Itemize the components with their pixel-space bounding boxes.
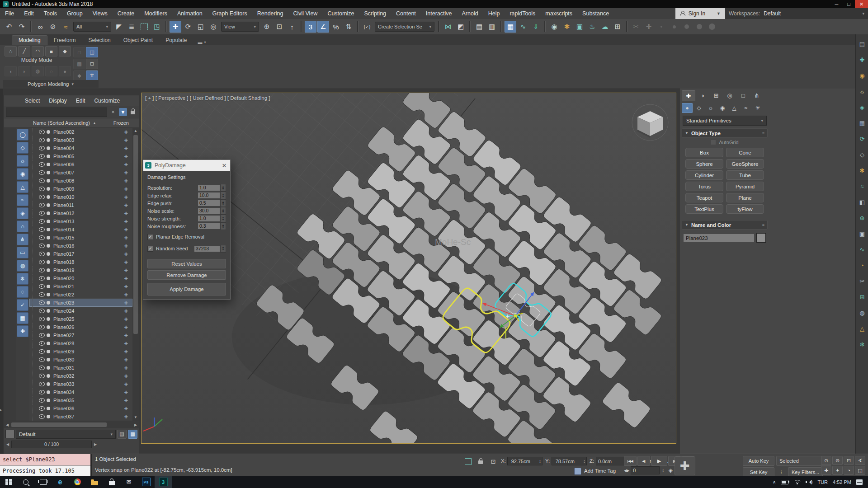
add-to-active-view-icon[interactable]: ✚ (643, 21, 655, 33)
search-icon[interactable] (17, 476, 34, 488)
menu-item[interactable]: File (0, 8, 19, 19)
dialog-title-bar[interactable]: 3 PolyDamage ✕ (143, 160, 230, 171)
spinner-icon[interactable]: ▲▼ (220, 184, 226, 192)
frozen-toggle-icon[interactable]: ✚ (124, 170, 128, 175)
time-tag-cube-icon[interactable] (574, 468, 581, 475)
schematic-view-icon[interactable]: ⇓ (530, 21, 542, 33)
menu-item[interactable]: Civil View (288, 8, 322, 19)
scene-object-row[interactable]: Plane033 ✚ (29, 380, 132, 388)
wifi-icon[interactable] (793, 479, 801, 484)
absolute-mode-toggle-icon[interactable]: ⊡ (489, 457, 497, 465)
right-toolbar-icon-14[interactable]: ∿ (857, 244, 867, 254)
visibility-eye-icon[interactable] (39, 366, 45, 370)
walk-through-icon[interactable]: ✦ (832, 466, 843, 475)
create-tab[interactable]: ✚ (682, 90, 695, 101)
scene-object-row[interactable]: Plane022 ✚ (29, 291, 132, 299)
toggle-layer-explorer-icon[interactable]: ▥ (486, 21, 498, 33)
angle-snap-toggle-icon[interactable]: ∠ (317, 21, 329, 33)
right-toolbar-icon-16[interactable]: ✂ (857, 276, 867, 286)
frozen-toggle-icon[interactable]: ✚ (124, 292, 128, 297)
render-gallery-icon[interactable]: ⊞ (612, 21, 623, 33)
select-and-manipulate-icon[interactable]: ⊡ (274, 21, 285, 33)
display-tab[interactable]: □ (737, 90, 750, 101)
pan-view-icon[interactable]: ✚ (821, 466, 831, 475)
object-type-button[interactable]: Sphere (685, 159, 723, 169)
edge-icon[interactable]: e (52, 476, 69, 488)
right-toolbar-icon-1[interactable]: ▤ (857, 39, 867, 49)
close-icon[interactable]: ✕ (220, 162, 228, 169)
hierarchy-tab[interactable]: ⊞ (710, 90, 722, 101)
object-type-button[interactable]: Cone (726, 148, 764, 157)
minimize-button[interactable]: ─ (830, 0, 843, 8)
display-bones-icon[interactable]: ⋔ (17, 234, 28, 245)
right-toolbar-icon-18[interactable]: ◍ (857, 308, 867, 318)
visibility-eye-icon[interactable] (39, 398, 45, 403)
language-indicator[interactable]: TUR (817, 479, 828, 485)
display-shapes-icon[interactable]: ◇ (17, 142, 28, 154)
select-object-icon[interactable]: ◤ (113, 21, 125, 33)
display-link-info-icon[interactable]: ✚ (17, 325, 28, 337)
field-value[interactable]: 30.0 (198, 208, 220, 214)
speaker-icon[interactable]: ) (806, 480, 812, 484)
display-helpers-icon[interactable]: △ (17, 181, 28, 193)
visibility-eye-icon[interactable] (39, 219, 45, 224)
toggle-ribbon-icon[interactable]: ▦ (505, 21, 516, 33)
systems-category-button[interactable]: ✳ (752, 103, 763, 113)
display-hidden-icon[interactable]: ◌ (17, 286, 28, 298)
previous-frame-button[interactable]: ◀| (637, 456, 650, 466)
frozen-toggle-icon[interactable]: ✚ (124, 390, 128, 395)
menu-item[interactable]: Group (62, 8, 88, 19)
frozen-toggle-icon[interactable]: ✚ (124, 414, 128, 419)
motion-tab[interactable]: ◎ (723, 90, 736, 101)
clear-search-icon[interactable]: × (109, 108, 117, 116)
right-toolbar-icon-5[interactable]: ◈ (857, 102, 867, 112)
frozen-toggle-icon[interactable]: ✚ (124, 162, 128, 167)
frozen-toggle-icon[interactable]: ✚ (124, 138, 128, 143)
menu-item[interactable]: Animation (172, 8, 208, 19)
random-seed-checkbox[interactable]: ✓ (147, 246, 153, 252)
display-cameras-icon[interactable]: ◉ (17, 168, 28, 180)
edge-mode-button[interactable]: ╱ (18, 46, 30, 56)
visibility-eye-icon[interactable] (39, 292, 45, 297)
scroll-down-icon[interactable]: ▼ (134, 414, 137, 421)
visibility-eye-icon[interactable] (39, 317, 45, 321)
spinner-icon[interactable]: ▲▼ (220, 192, 226, 199)
visibility-eye-icon[interactable] (39, 382, 45, 386)
explorer-menu-item[interactable]: Select (25, 98, 40, 104)
frozen-toggle-icon[interactable]: ✚ (124, 309, 128, 314)
frozen-toggle-icon[interactable]: ✚ (124, 374, 128, 379)
bind-to-space-warp-icon[interactable]: ≈ (60, 21, 71, 33)
spinner-icon[interactable]: ▲▼ (661, 467, 665, 474)
notification-center-icon[interactable] (856, 479, 863, 485)
cameras-category-button[interactable]: ◉ (717, 103, 728, 113)
visibility-eye-icon[interactable] (39, 187, 45, 191)
preview-subobject-button[interactable]: ◗ (18, 66, 30, 76)
object-type-button[interactable]: Plane (726, 193, 764, 202)
explorer-menu-item[interactable]: Customize (94, 98, 120, 104)
frozen-toggle-icon[interactable]: ✚ (124, 130, 128, 135)
frozen-toggle-icon[interactable]: ✚ (124, 300, 128, 305)
scene-object-row[interactable]: Plane015 ✚ (29, 234, 132, 242)
scene-object-row[interactable]: Plane009 ✚ (29, 185, 132, 193)
keyboard-shortcut-override-icon[interactable]: ↑ (286, 21, 298, 33)
visibility-eye-icon[interactable] (39, 178, 45, 183)
frozen-toggle-icon[interactable]: ✚ (124, 325, 128, 330)
scene-object-row[interactable]: Plane032 ✚ (29, 372, 132, 380)
explorer-vertical-scrollbar[interactable]: ▲ ▼ (132, 128, 139, 421)
spinner-snap-toggle-icon[interactable]: ⇅ (343, 21, 354, 33)
start-button[interactable] (0, 476, 17, 488)
swift-loop-button[interactable]: ◫ (86, 47, 98, 57)
display-xrefs-icon[interactable]: ⌂ (17, 221, 28, 232)
menu-item[interactable]: Arnold (457, 8, 483, 19)
close-button[interactable]: ✕ (855, 0, 868, 8)
field-value[interactable]: 0.5 (198, 200, 220, 206)
frame-back-icon[interactable]: ◀ (5, 442, 10, 446)
menu-item[interactable]: Tools (39, 8, 62, 19)
scene-object-row[interactable]: Plane010 ✚ (29, 193, 132, 201)
scene-converter-icon[interactable]: ✂ (630, 21, 642, 33)
visibility-eye-icon[interactable] (39, 341, 45, 346)
object-type-button[interactable]: Cylinder (685, 170, 723, 180)
curve-editor-icon[interactable]: ∿ (517, 21, 529, 33)
named-selection-sets-dropdown[interactable]: Create Selection Se (375, 22, 434, 32)
spinner-icon[interactable]: ▲▼ (220, 207, 226, 215)
